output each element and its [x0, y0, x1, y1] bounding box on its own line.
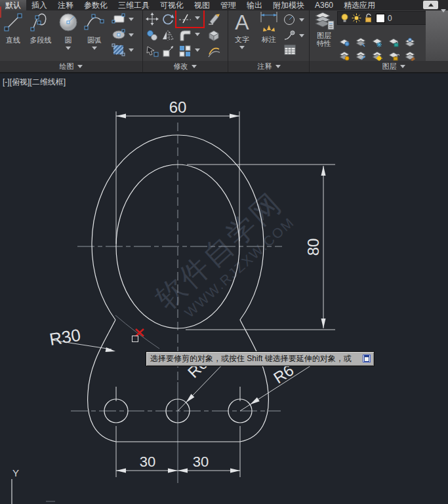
mirror-icon	[161, 29, 174, 42]
copy-button[interactable]	[145, 28, 159, 43]
copy-icon	[146, 29, 159, 42]
tab-view[interactable]: 视图	[189, 0, 215, 10]
ribbon: 直线 多段线 圆	[0, 10, 448, 72]
viewport-controls[interactable]: [-][俯视][二维线框]	[3, 77, 66, 88]
leader-button[interactable]	[283, 29, 304, 41]
layer-thaw-icon[interactable]	[371, 51, 383, 62]
layer-freeze-icon[interactable]	[371, 37, 383, 48]
tab-addins[interactable]: 附加模块	[268, 0, 310, 10]
arc-button[interactable]: 圆弧	[81, 11, 108, 50]
layer-make-current-icon[interactable]	[404, 37, 416, 48]
bulb-icon	[340, 13, 349, 23]
tab-home[interactable]: 默认	[0, 0, 26, 10]
polyline-label: 多段线	[30, 35, 52, 45]
model-space-canvas[interactable]: [-][俯视][二维线框] 软件自学网 WWW.RJZXW.COM	[0, 72, 448, 504]
explode-button[interactable]	[207, 28, 221, 43]
ellipse-button[interactable]	[112, 29, 134, 41]
chevron-down-icon[interactable]	[299, 34, 304, 37]
offset-button[interactable]	[207, 44, 221, 58]
chevron-down-icon[interactable]	[129, 48, 134, 52]
layer-properties-label-2: 特性	[317, 39, 331, 47]
ribbon-minimize-button[interactable]	[423, 1, 438, 9]
tab-3d-tools[interactable]: 三维工具	[113, 0, 155, 10]
scale-button[interactable]	[161, 44, 175, 58]
array-icon	[178, 45, 192, 58]
fillet-dropdown-icon[interactable]	[195, 33, 200, 36]
hatch-button[interactable]	[112, 43, 134, 56]
chevron-down-icon[interactable]	[129, 33, 134, 37]
centermark-icon	[283, 14, 296, 26]
chevron-down-icon[interactable]	[129, 18, 134, 21]
layer-isolate-icon[interactable]	[338, 37, 350, 48]
dim-span-left: 30	[140, 454, 155, 470]
layer-properties-icon	[314, 10, 335, 31]
ribbon-options-caret[interactable]	[441, 3, 446, 15]
layer-off-icon[interactable]	[355, 37, 367, 48]
dim-fillet-radius: R30	[48, 325, 82, 349]
panel-draw-label[interactable]: 绘图	[39, 61, 102, 72]
move-button[interactable]	[145, 12, 159, 26]
layer-lock-icon[interactable]	[388, 37, 399, 48]
ribbon-minimize-icon	[428, 3, 434, 7]
layer-unlock-icon[interactable]	[388, 51, 399, 62]
ucs-icon: Y	[12, 467, 55, 504]
erase-button[interactable]	[207, 12, 221, 26]
rectangle-button[interactable]	[112, 13, 134, 25]
arc-being-trimmed[interactable]	[115, 315, 159, 349]
array-button[interactable]	[178, 44, 192, 58]
chevron-down-icon	[275, 65, 281, 68]
tooltip-expand-icon[interactable]	[363, 355, 371, 362]
line-label: 直线	[6, 35, 20, 45]
layer-properties-label-1: 图层	[317, 31, 331, 39]
circle-button[interactable]: 圆	[56, 11, 80, 50]
drawing-geometry: 软件自学网 WWW.RJZXW.COM	[0, 72, 448, 504]
mirror-button[interactable]	[161, 28, 175, 43]
layer-control-dropdown[interactable]: 0	[337, 11, 427, 25]
current-layer-name: 0	[388, 14, 392, 23]
dimension-button[interactable]: 标注	[257, 10, 281, 45]
layer-on-icon[interactable]	[338, 51, 350, 62]
chevron-down-icon[interactable]	[66, 47, 71, 50]
table-button[interactable]	[283, 44, 296, 56]
centermark-button[interactable]	[283, 14, 304, 26]
text-button[interactable]: A 文字	[231, 10, 253, 49]
hatch-icon	[112, 43, 126, 56]
rotate-icon	[161, 12, 174, 26]
fillet-button[interactable]	[178, 28, 192, 43]
text-icon: A	[232, 10, 252, 33]
tab-insert[interactable]: 插入	[26, 0, 52, 10]
circle-icon	[58, 11, 79, 33]
leader-icon	[283, 29, 296, 41]
tab-visualize[interactable]: 可视化	[155, 0, 189, 10]
layer-match-icon[interactable]	[404, 51, 416, 62]
tab-parametric[interactable]: 参数化	[79, 0, 113, 10]
sun-icon	[352, 13, 361, 23]
tab-featured-apps[interactable]: 精选应用	[338, 0, 380, 10]
fillet-icon	[178, 29, 192, 42]
stretch-button[interactable]	[145, 44, 159, 58]
trim-pick-cursor	[132, 329, 144, 342]
chevron-down-icon[interactable]	[299, 18, 304, 22]
chevron-down-icon[interactable]	[239, 46, 245, 49]
polyline-button[interactable]: 多段线	[25, 11, 56, 45]
chevron-down-icon[interactable]	[92, 47, 97, 50]
layer-walk-icon[interactable]	[355, 51, 367, 62]
ucs-y-label: Y	[12, 467, 19, 478]
layer-color-swatch	[376, 14, 385, 23]
panel-layers-label[interactable]: 图层	[362, 61, 425, 72]
tab-manage[interactable]: 管理	[215, 0, 241, 10]
panel-modify-label[interactable]: 修改	[153, 61, 216, 72]
panel-annotate-label[interactable]: 注释	[237, 61, 300, 72]
line-button[interactable]: 直线	[1, 11, 25, 45]
chevron-down-icon	[400, 65, 405, 68]
left-edge-icon-fragment	[0, 7, 1, 18]
ellipse-icon	[112, 29, 126, 41]
tab-annotate[interactable]: 注释	[52, 0, 79, 10]
tutorial-highlight-box	[175, 9, 205, 28]
command-tooltip: 选择要修剪的对象，或按住 Shift 键选择要延伸的对象，或	[146, 351, 375, 366]
rotate-button[interactable]	[161, 12, 175, 26]
tab-output[interactable]: 输出	[241, 0, 268, 10]
tab-a360[interactable]: A360	[310, 0, 338, 10]
layer-properties-button[interactable]: 图层 特性	[312, 10, 336, 47]
array-dropdown-icon[interactable]	[195, 48, 200, 52]
